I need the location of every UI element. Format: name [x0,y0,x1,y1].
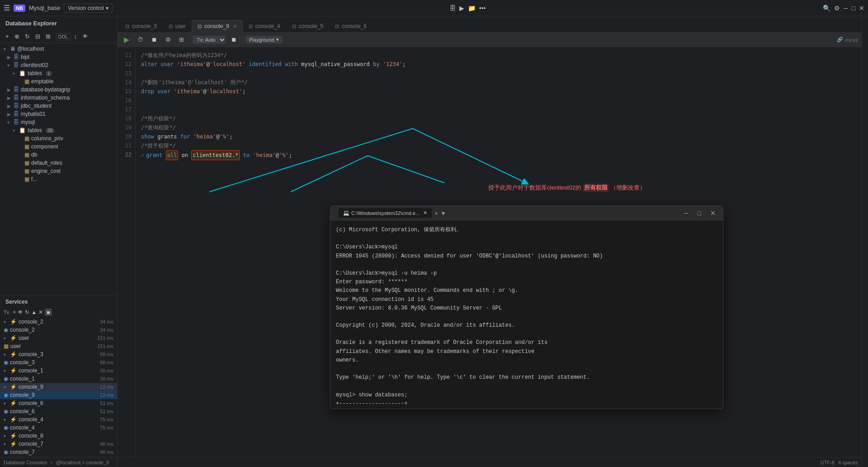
service-console3-child[interactable]: ◉ console_3 98 ms [0,358,117,367]
tab-console6[interactable]: ⊡ console_6 [329,20,373,32]
code-line-22: ✓ grant all on clienttest02.* to 'heima'… [141,150,856,160]
tab-user[interactable]: ⊡ user [163,20,192,32]
clienttest02-chevron: ▾ [7,63,12,68]
sidebar-add2-btn[interactable]: ⊕ [13,32,21,41]
more-icon[interactable]: ••• [479,5,486,12]
service-console2-group[interactable]: ▾ ⚡ console_2 34 ms [0,318,117,326]
service-console8-group[interactable]: ▾ ⚡ console_8 [0,432,117,440]
sidebar-item-db[interactable]: ▦ db [0,151,117,159]
services-eye-btn[interactable]: 👁 [18,309,23,315]
sidebar-refresh-btn[interactable]: ↻ [23,32,32,41]
sidebar-item-mysql-tables[interactable]: ▾ 📋 tables 38 [0,126,117,134]
tab-console4[interactable]: ⊡ console_4 [243,20,286,32]
sidebar-item-default-roles[interactable]: ▦ default_roles [0,159,117,167]
close-icon[interactable]: ✕ [859,5,864,12]
tx-selector[interactable]: Tx: Auto [193,36,226,44]
search-icon[interactable]: 🔍 [823,5,830,12]
sidebar-add-btn[interactable]: + [4,32,11,41]
service-console7-group[interactable]: ▾ ⚡ console_7 40 ms [0,440,117,448]
terminal-add-tab-btn[interactable]: + [434,209,439,218]
sidebar-item-mybatis01[interactable]: ▶ 🗄 mybatis01 [0,110,117,118]
terminal-tab-cmd[interactable]: 💻 C:\Windows\system32\cmd.e... ✕ [339,208,432,218]
sidebar-item-engine-cost[interactable]: ▦ engine_cost [0,167,117,175]
hamburger-icon[interactable]: ☰ [4,4,10,12]
sidebar-item-clienttest02[interactable]: ▾ 🗄 clienttest02 [0,61,117,69]
maximize-icon[interactable]: □ [852,5,855,12]
tree-root[interactable]: ▾ 🖥 @localhost [0,45,117,53]
services-refresh-btn[interactable]: ↻ [25,309,29,315]
sidebar-item-component[interactable]: ▦ component [0,143,117,151]
services-add-btn[interactable]: + [13,309,16,315]
minimize-icon[interactable]: ─ [844,5,848,12]
service-console7-child[interactable]: ◉ console_7 40 ms [0,448,117,456]
run-btn[interactable]: ▶ [121,34,132,45]
terminal-maximize-btn[interactable]: □ [695,209,704,218]
sidebar-item-mysql[interactable]: ▾ 🗄 mysql [0,118,117,126]
sidebar-item-information-schema[interactable]: ▶ 🗄 information_schema [0,94,117,102]
service-user-child[interactable]: ▦ user 151 ms [0,342,117,350]
settings-icon[interactable]: ⚙ [834,5,840,12]
terminal-content[interactable]: (c) Microsoft Corporation, 保留所有权利。 C:\Us… [330,220,723,409]
sidebar-eye-btn[interactable]: 👁 [80,32,90,41]
tab-console9[interactable]: ⊡ console_9 ✕ [192,20,243,32]
breadcrumb: @localhost > console_9 [56,460,109,465]
code-line-12: alter user 'itheima' @ 'localhost' ident… [141,60,856,69]
default-roles-icon: ▦ [24,160,29,166]
services-close-btn[interactable]: ✕ [38,309,43,315]
sidebar-collapse-btn[interactable]: ⊟ [33,32,42,41]
terminal-line-cmd1: C:\Users\Jack>mysql [336,243,717,252]
tx-stop-btn[interactable]: ⏹ [228,35,240,44]
mysql-chevron: ▾ [7,120,12,125]
right-panel [862,16,868,467]
version-control-btn[interactable]: Version control ▾ [64,4,112,13]
project-name[interactable]: Mysql_base [29,5,60,11]
sidebar-item-bipt[interactable]: ▶ 🗄 bipt [0,53,117,61]
service-console2-child[interactable]: ◉ console_2 34 ms [0,326,117,334]
tab-console9-close[interactable]: ✕ [233,24,237,29]
tab-console3[interactable]: ⊡ console_3 [119,20,163,32]
service-user-group[interactable]: ▾ ⚡ user 151 ms [0,334,117,342]
terminal-tab-close[interactable]: ✕ [423,210,427,216]
code-line-19: /*查询权限*/ [141,123,856,132]
config-btn[interactable]: ⚙ [163,35,174,44]
code-line-16 [141,96,856,105]
service-console9-child[interactable]: ◉ console_9 12 ms [0,391,117,399]
ddl-btn[interactable]: DDL [56,33,71,40]
sidebar-item-jdbc-student[interactable]: ▶ 🗄 jdbc_student [0,102,117,110]
sidebar-item-columns-priv[interactable]: ▦ columns_priv [0,134,117,143]
mysql-tables-label: tables [28,127,42,133]
services-stop-indicator: ⏹ [45,309,52,316]
tab-console5[interactable]: ⊡ console_5 [286,20,330,32]
services-up-btn[interactable]: ▲ [31,309,37,315]
folder-icon[interactable]: 📁 [468,5,476,12]
stop-btn[interactable]: ⏹ [149,35,160,44]
service-console6-child[interactable]: ◉ console_6 51 ms [0,407,117,415]
run-icon[interactable]: ▶ [459,5,464,12]
code-line-18: /*用户权限*/ [141,114,856,123]
terminal-line-empty1 [336,234,717,243]
sidebar-filter-btn[interactable]: ↕ [72,32,79,41]
service-console1-child[interactable]: ◉ console_1 30 ms [0,375,117,383]
playground-btn[interactable]: Playground ▾ [245,36,283,43]
sidebar-item-clienttest02-tables[interactable]: ▾ 📋 tables 1 [0,69,117,77]
service-console3-group[interactable]: ▾ ⚡ console_3 98 ms [0,350,117,358]
code-line-17 [141,105,856,114]
service-console6-group[interactable]: ▾ ⚡ console_6 51 ms [0,399,117,407]
code-line-20: show grants for 'heima' @ '%' ; [141,132,856,141]
sidebar-item-emptable[interactable]: ▦ emptable [0,77,117,86]
service-console4-child[interactable]: ◉ console_4 75 ms [0,424,117,432]
service-console9-group[interactable]: ▾ ⚡ console_9 12 ms [0,383,117,391]
sidebar-expand-btn[interactable]: ⊞ [44,32,52,41]
services-panel: Services Tx + 👁 ↻ ▲ ✕ ⏹ ▾ ⚡ console_2 34… [0,295,117,457]
service-console4-group[interactable]: ▾ ⚡ console_4 75 ms [0,415,117,424]
terminal-close-btn[interactable]: ✕ [708,209,718,218]
terminal-dropdown-btn[interactable]: ▾ [441,209,446,218]
tab-console4-icon: ⊡ [249,24,253,29]
database-icon[interactable]: 🗄 [449,5,456,12]
sidebar-item-db-bydatagrip[interactable]: ▶ 🗄 database-bydatagrip [0,86,117,94]
sidebar-item-more[interactable]: ▦ f... [0,175,117,183]
schedule-btn[interactable]: ⏱ [135,35,146,44]
grid-btn[interactable]: ⊞ [176,35,187,44]
service-console1-group[interactable]: ▾ ⚡ console_1 30 ms [0,367,117,375]
terminal-minimize-btn[interactable]: ─ [681,209,691,218]
